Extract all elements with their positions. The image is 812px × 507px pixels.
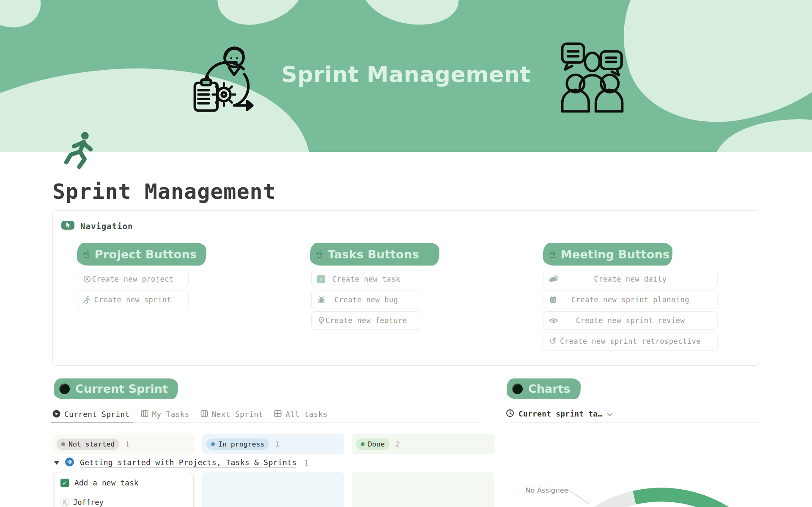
navigation-header-label: Navigation [80,222,133,231]
column-done: Done 2 [352,434,494,454]
status-pill-done[interactable]: Done [356,438,390,450]
eye-icon [549,316,558,325]
status-dot-icon [361,442,365,446]
banner-blob [0,0,51,39]
hand-pointer-icon: ☝ [82,248,90,260]
column-count: 2 [395,440,400,448]
create-new-project-button[interactable]: Create new project [77,270,189,288]
sprint-group-row: Getting started with Projects, Tasks & S… [54,457,309,469]
group-pill-label: Tasks Buttons [328,248,419,261]
section-heading-label: Charts [528,382,571,395]
create-new-bug-button[interactable]: Create new bug [311,290,421,309]
group-pill-label: Project Buttons [95,248,197,261]
sun-cloud-icon [549,275,559,283]
create-button-label: Create new daily [594,275,667,283]
meeting-buttons-pill[interactable]: ☝ Meeting Buttons [543,243,672,266]
column-not-started: Not started 1 [52,434,195,454]
status-label: Not started [69,440,115,448]
chart-view-tab[interactable]: Current sprint ta… [506,409,613,419]
dot-icon [512,384,523,394]
chevron-down-icon [607,410,613,418]
navigation-header: Navigation [61,221,133,232]
status-dot-icon [211,442,215,446]
sprint-group-count: 1 [304,459,308,467]
status-dot-icon [61,442,65,446]
column-in-progress: In progress 1 [202,434,344,454]
column-count: 1 [275,440,279,448]
runner-icon [83,296,91,304]
target-icon [83,275,91,283]
task-title[interactable]: Add a new task [74,479,139,487]
create-button-label: Create new task [332,275,400,283]
task-title-row: ✓ Add a new task [60,479,139,487]
checkbox-icon: ✓ [317,275,325,283]
status-label: Done [368,440,385,448]
task-assignee-row: Joffrey [60,498,104,507]
banner-blob [355,0,465,33]
create-new-daily-button[interactable]: Create new daily [543,270,718,288]
charts-section: Charts Current sprint ta… No [505,378,760,507]
tab-next-sprint[interactable]: Next Sprint [200,410,263,419]
dot-icon [59,384,70,394]
create-button-label: Create new project [92,275,173,283]
create-new-sprint-review-button[interactable]: Create new sprint review [543,311,718,330]
hand-pointer-icon: ☝ [315,248,323,260]
create-new-sprint-planning-button[interactable]: Create new sprint planning [543,290,718,309]
navigation-callout: Navigation ☝ Project Buttons ☝ Tasks But… [52,210,759,366]
column-body-done [352,472,494,507]
task-checkbox[interactable]: ✓ [60,479,69,487]
create-new-sprint-button[interactable]: Create new sprint [77,290,189,309]
create-button-label: Create new sprint planning [571,296,689,304]
create-button-label: Create new bug [335,296,398,304]
banner-title: Sprint Management [237,62,575,87]
page-title[interactable]: Sprint Management [52,179,276,204]
meeting-illustration [557,41,627,113]
create-new-task-button[interactable]: ✓ Create new task [311,270,421,288]
avatar [60,498,69,507]
current-sprint-heading[interactable]: Current Sprint [54,378,178,399]
tab-label: All tasks [285,410,327,419]
assignee-name[interactable]: Joffrey [73,498,104,507]
project-buttons-pill[interactable]: ☝ Project Buttons [77,243,206,266]
disclosure-triangle-icon[interactable] [54,461,59,465]
tabs-divider [52,422,479,423]
charts-heading[interactable]: Charts [507,378,581,399]
status-pill-in-progress[interactable]: In progress [206,438,269,450]
chart-tabs-divider [505,422,760,423]
undo-icon: ↺ [549,337,557,346]
notion-page: Sprint Management [0,0,812,507]
sprint-arrow-icon [65,457,74,469]
create-new-feature-button[interactable]: Create new feature [311,311,421,330]
tasks-buttons-pill[interactable]: ☝ Tasks Buttons [310,243,439,266]
create-button-label: Create new sprint [94,296,172,304]
view-tabs: Current Sprint My Tasks [52,407,328,422]
tab-label: My Tasks [152,410,189,419]
calendar-icon [549,296,557,304]
clock-pie-icon [506,409,514,419]
task-card[interactable]: ✓ Add a new task Joffrey [54,472,194,507]
bulb-icon [317,316,326,325]
board-icon [141,410,148,419]
hand-pointer-icon: ☝ [548,248,556,260]
sprint-group-title[interactable]: Getting started with Projects, Tasks & S… [80,458,296,468]
tab-my-tasks[interactable]: My Tasks [141,410,189,419]
create-button-label: Create new sprint review [576,316,685,325]
section-heading-label: Current Sprint [75,382,168,395]
board-icon [200,410,208,419]
create-button-label: Create new feature [325,316,407,325]
group-pill-label: Meeting Buttons [561,248,670,261]
cursor-click-icon [61,221,74,232]
tab-current-sprint[interactable]: Current Sprint [52,410,130,419]
current-sprint-section: Current Sprint Current Sprint [52,378,494,507]
status-pill-not-started[interactable]: Not started [57,438,119,450]
column-count: 1 [125,440,129,448]
play-circle-icon [52,410,60,419]
page-icon-runner[interactable] [62,131,99,169]
chart-view-label: Current sprint ta… [518,410,603,418]
tab-label: Next Sprint [212,410,263,419]
banner-blob [211,0,309,33]
create-new-sprint-retrospective-button[interactable]: ↺ Create new sprint retrospective [543,332,718,351]
tab-all-tasks[interactable]: All tasks [274,410,327,419]
bug-icon [317,296,326,304]
tab-label: Current Sprint [64,410,130,419]
